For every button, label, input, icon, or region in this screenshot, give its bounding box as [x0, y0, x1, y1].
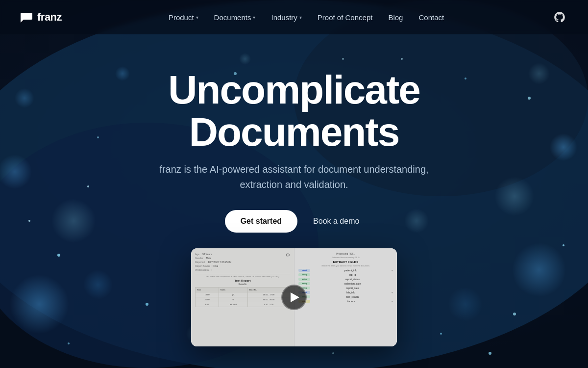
chevron-down-icon: ▾	[299, 15, 302, 20]
nav-item-documents[interactable]: Documents ▾	[214, 13, 256, 22]
nav-item-contact[interactable]: Contact	[418, 13, 444, 22]
hero-buttons: Get started Book a demo	[225, 210, 364, 233]
play-button[interactable]	[191, 248, 397, 346]
chevron-down-icon: ▾	[196, 15, 198, 20]
hero-section: Uncomplicate Documents franz is the AI-p…	[0, 34, 588, 346]
logo-icon	[20, 12, 33, 23]
hero-subtitle: franz is the AI-powered assistant for do…	[157, 162, 431, 192]
nav-item-product[interactable]: Product ▾	[169, 13, 198, 22]
navbar: franz Product ▾ Documents ▾ Industry ▾ P…	[0, 0, 588, 34]
play-triangle-icon	[291, 292, 299, 302]
nav-item-blog[interactable]: Blog	[388, 13, 403, 22]
book-demo-button[interactable]: Book a demo	[309, 210, 363, 233]
play-btn-circle	[281, 285, 307, 310]
nav-item-industry[interactable]: Industry ▾	[271, 13, 301, 22]
video-preview: Age: 38 Years Gender: Male Reported: 18/…	[191, 248, 397, 346]
nav-item-poc[interactable]: Proof of Concept	[318, 13, 373, 22]
chevron-down-icon: ▾	[253, 15, 255, 20]
hero-title: Uncomplicate Documents	[74, 69, 514, 153]
logo-text: franz	[37, 11, 62, 24]
logo[interactable]: franz	[20, 11, 62, 24]
nav-links: Product ▾ Documents ▾ Industry ▾ Proof o…	[169, 13, 444, 22]
get-started-button[interactable]: Get started	[225, 210, 297, 233]
github-icon[interactable]	[551, 8, 568, 26]
